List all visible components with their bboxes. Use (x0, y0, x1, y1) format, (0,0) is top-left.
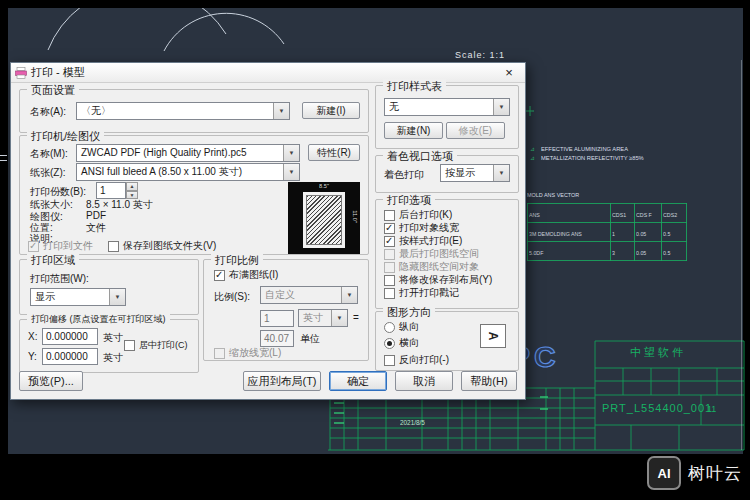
chevron-down-icon[interactable]: ▼ (273, 103, 289, 119)
group-plot-offset: 打印偏移 (原点设置在可打印区域) X: 0.000000 英寸 Y: 0.00… (19, 319, 199, 373)
ok-button[interactable]: 确定 (329, 371, 387, 391)
spin-up-icon[interactable]: ▲ (126, 182, 138, 191)
selected-value: 〈无〉 (81, 105, 111, 116)
chevron-down-icon[interactable]: ▼ (283, 145, 299, 161)
paper-size-select[interactable]: ANSI full bleed A (8.50 x 11.00 英寸) ▼ (76, 163, 300, 181)
checkbox-label: 打开打印戳记 (399, 286, 459, 300)
titleblock-drawing-number: PRT_L554400_001 (602, 402, 712, 414)
group-caption: 打印比例 (211, 253, 263, 268)
group-plot-style-table: 打印样式表 无 ▼ 新建(N) 修改(E) (375, 85, 519, 149)
fit-to-paper-checkbox[interactable]: 布满图纸(I) (214, 268, 278, 282)
option-plot-stamp-checkbox[interactable]: 打开打印戳记 (384, 286, 459, 300)
spec-cell: 0.05 (636, 251, 646, 257)
checkbox-icon[interactable] (124, 340, 135, 351)
paper-width-label: 8.5" (299, 183, 349, 189)
group-plot-options: 打印选项 后台打印(K) 打印对象线宽 按样式打印(E) 最后打印图纸空间 隐藏… (375, 199, 519, 309)
checkbox-label: 最后打印图纸空间 (399, 247, 479, 261)
paper-height-label: 11.0" (352, 210, 358, 222)
cad-scale-label: Scale: 1:1 (455, 50, 505, 60)
radio-icon[interactable] (384, 338, 395, 349)
group-caption: 页面设置 (27, 83, 79, 98)
radio-icon[interactable] (384, 322, 395, 333)
selected-value: 按显示 (445, 167, 475, 178)
cancel-button[interactable]: 取消 (395, 371, 453, 391)
table-row: 5.0DF 3 0.05 0.5 (528, 242, 687, 261)
checkbox-label: 居中打印(C) (139, 339, 188, 352)
page-setup-new-button[interactable]: 新建(I) (302, 102, 360, 119)
spec-cell: ANS (529, 213, 540, 219)
checkbox-label: 缩放线宽(L) (229, 346, 281, 360)
checkbox-icon (28, 241, 39, 252)
copies-stepper[interactable]: 1 ▲ ▼ (96, 182, 138, 199)
preview-button[interactable]: 预览(P)... (19, 371, 83, 391)
radio-label: 横向 (399, 336, 419, 350)
checkbox-label: 将修改保存到布局(Y) (399, 273, 492, 287)
option-save-changes-checkbox[interactable]: 将修改保存到布局(Y) (384, 273, 492, 287)
chevron-down-icon[interactable]: ▼ (493, 165, 509, 181)
checkbox-icon[interactable] (384, 355, 395, 366)
checkbox-icon[interactable] (214, 270, 225, 281)
group-caption: 打印机/绘图仪 (27, 129, 104, 144)
option-object-lineweights-checkbox[interactable]: 打印对象线宽 (384, 221, 459, 235)
help-button[interactable]: 帮助(H) (461, 371, 517, 391)
triangle-marker-icon: ⊿ (530, 146, 535, 152)
scale-drawing-units-field: 40.07 (260, 330, 294, 347)
printer-properties-button[interactable]: 特性(R) (308, 144, 360, 161)
printer-name-label: 名称(M): (30, 147, 68, 161)
chevron-down-icon[interactable]: ▼ (283, 164, 299, 180)
checkbox-icon[interactable] (384, 236, 395, 247)
spec-cell: 5.0DF (529, 251, 543, 257)
save-to-folder-checkbox[interactable]: 保存到图纸文件夹(V) (108, 239, 216, 253)
titleblock-sheet-number: 11 (707, 404, 716, 414)
offset-x-field[interactable]: 0.000000 (42, 328, 98, 345)
center-plot-checkbox[interactable]: 居中打印(C) (124, 339, 188, 352)
chevron-down-icon[interactable]: ▼ (109, 289, 125, 305)
checkbox-label: 打印到文件 (43, 239, 93, 253)
copies-spin-arrows[interactable]: ▲ ▼ (126, 182, 138, 199)
checkbox-icon[interactable] (384, 288, 395, 299)
plot-upside-down-checkbox[interactable]: 反向打印(-) (384, 353, 449, 367)
checkbox-icon[interactable] (384, 223, 395, 234)
paper-preview-sheet (303, 192, 345, 248)
paper-preview: 8.5" 11.0" (288, 182, 360, 254)
checkbox-icon[interactable] (384, 275, 395, 286)
location-info-value: 文件 (86, 221, 106, 235)
orientation-letter: A (486, 332, 500, 341)
table-row: 3M DEMOLDING ANS 1 0.05 0.5 (528, 223, 687, 242)
cad-notes: ⊿ EFFECTIVE ALUMINIZING AREA ⊿ METALLIZA… (530, 139, 684, 157)
page-setup-name-select[interactable]: 〈无〉 ▼ (76, 102, 290, 120)
spec-cell: CDS2 (663, 213, 677, 219)
style-new-button[interactable]: 新建(N) (384, 122, 443, 139)
chevron-down-icon[interactable]: ▼ (493, 99, 509, 115)
plot-style-select[interactable]: 无 ▼ (384, 98, 510, 116)
scale-unit-select: 英寸 ▼ (298, 309, 348, 327)
close-icon[interactable]: × (497, 65, 521, 81)
style-modify-button: 修改(E) (446, 122, 505, 139)
group-caption: 打印偏移 (原点设置在可打印区域) (27, 313, 170, 326)
option-plot-with-styles-checkbox[interactable]: 按样式打印(E) (384, 234, 462, 248)
triangle-marker-icon: ⊿ (530, 155, 535, 161)
option-background-plot-checkbox[interactable]: 后台打印(K) (384, 208, 452, 222)
paper-size-label: 纸张(Z): (30, 166, 66, 180)
cad-note-text: EFFECTIVE ALUMINIZING AREA (541, 146, 628, 152)
cad-spec-title: MOLD ANS VECTOR (527, 192, 636, 198)
selected-value: 无 (389, 101, 399, 112)
checkbox-label: 反向打印(-) (399, 353, 449, 367)
plot-range-select[interactable]: 显示 ▼ (30, 288, 126, 306)
apply-to-layout-button[interactable]: 应用到布局(T) (243, 371, 321, 391)
printer-name-select[interactable]: ZWCAD PDF (High Quality Print).pc5 ▼ (76, 144, 300, 162)
copies-value[interactable]: 1 (96, 182, 126, 199)
group-page-setup: 页面设置 名称(A): 〈无〉 ▼ 新建(I) (19, 89, 369, 133)
offset-y-field[interactable]: 0.000000 (42, 348, 98, 365)
checkbox-icon[interactable] (384, 210, 395, 221)
landscape-radio[interactable]: 横向 (384, 336, 419, 350)
spec-cell: 1 (612, 232, 615, 238)
group-caption: 打印样式表 (383, 79, 446, 94)
dialog-titlebar[interactable]: 打印 - 模型 × (11, 63, 525, 83)
option-paperspace-last-checkbox: 最后打印图纸空间 (384, 247, 479, 261)
watermark-name: 树叶云 (688, 462, 742, 485)
shaded-plot-select[interactable]: 按显示 ▼ (440, 164, 510, 182)
checkbox-icon[interactable] (108, 241, 119, 252)
portrait-radio[interactable]: 纵向 (384, 320, 419, 334)
chevron-down-icon: ▼ (331, 310, 347, 326)
